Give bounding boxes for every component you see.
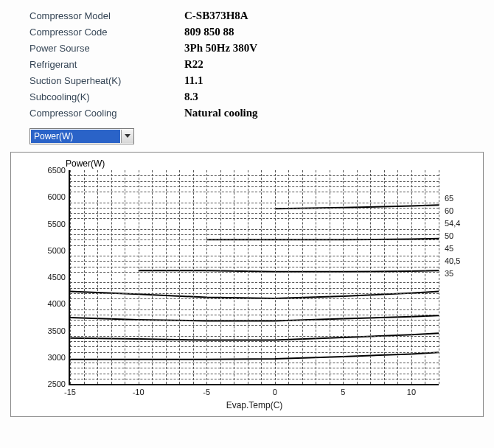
legend-label: 35 [445, 269, 453, 278]
spec-label: Compressor Cooling [29, 108, 184, 119]
dropdown-container: Power(W) [29, 128, 494, 144]
legend-label: 60 [445, 206, 453, 215]
spec-value: C-SB373H8A [184, 10, 248, 22]
spec-row: Compressor Code809 850 88 [29, 24, 487, 40]
legend-label: 40,5 [445, 256, 460, 265]
spec-value: Natural cooling [184, 107, 258, 119]
x-tick: 5 [341, 388, 345, 396]
x-axis-label: Evap.Temp(C) [226, 400, 283, 410]
y-tick: 2500 [36, 379, 66, 388]
spec-label: Compressor Model [29, 10, 184, 21]
spec-label: Refrigerant [29, 59, 184, 70]
spec-row: Power Sourse3Ph 50Hz 380V [29, 40, 487, 56]
legend-label: 50 [445, 231, 453, 240]
y-tick: 3500 [36, 326, 66, 335]
y-tick: 5000 [36, 246, 66, 255]
spec-label: Compressor Code [29, 27, 184, 38]
chart-metric-select[interactable]: Power(W) [29, 128, 134, 144]
y-tick: 4000 [36, 299, 66, 308]
x-tick: -5 [203, 388, 210, 396]
legend-label: 45 [445, 244, 453, 253]
spec-value: 3Ph 50Hz 380V [184, 42, 257, 55]
y-tick: 6000 [36, 192, 66, 201]
spec-value: 8.3 [184, 91, 198, 103]
chevron-down-icon [121, 130, 133, 143]
spec-label: Power Sourse [29, 43, 184, 54]
spec-value: R22 [184, 58, 203, 71]
chart-title: Power(W) [66, 158, 105, 169]
spec-label: Suction Superheat(K) [29, 75, 184, 86]
spec-table: Compressor ModelC-SB373H8ACompressor Cod… [0, 0, 494, 121]
spec-label: Subcooling(K) [29, 91, 184, 102]
y-tick: 6500 [36, 166, 66, 175]
chart-panel: Power(W) Evap.Temp(C) 250030003500400045… [10, 152, 484, 417]
y-tick: 3000 [36, 353, 66, 362]
legend-label: 65 [445, 194, 453, 203]
spec-value: 11.1 [184, 74, 203, 87]
spec-row: Compressor CoolingNatural cooling [29, 105, 487, 121]
spec-row: Suction Superheat(K)11.1 [29, 72, 487, 88]
dropdown-selected: Power(W) [31, 130, 120, 143]
spec-value: 809 850 88 [184, 26, 234, 38]
legend-label: 54,4 [445, 219, 460, 228]
x-tick: 0 [273, 388, 277, 396]
plot-area: Evap.Temp(C) 250030003500400045005000550… [69, 170, 439, 385]
spec-row: Subcooling(K)8.3 [29, 88, 487, 105]
x-tick: 10 [407, 388, 416, 396]
y-tick: 5500 [36, 220, 66, 228]
x-tick: -10 [133, 388, 145, 396]
x-tick: -15 [64, 388, 76, 396]
y-tick: 4500 [36, 273, 66, 281]
spec-row: RefrigerantR22 [29, 56, 487, 72]
spec-row: Compressor ModelC-SB373H8A [29, 7, 487, 24]
